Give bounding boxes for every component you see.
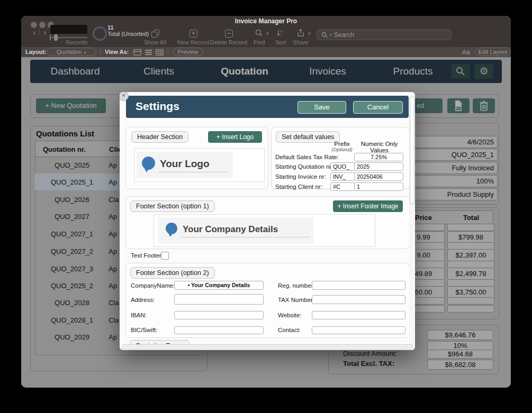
app-window: Invoice Manager Pro ‹ › 11 Total (Unsort… (21, 16, 511, 388)
view-as-label: View As: (105, 49, 129, 55)
search-menu-chevron-icon: ∨ (329, 33, 332, 36)
show-all-icon[interactable] (151, 30, 159, 38)
share-icon[interactable] (297, 29, 304, 37)
search-placeholder: Search (334, 31, 354, 39)
view-list-icon[interactable] (145, 49, 152, 56)
window-title: Invoice Manager Pro (21, 17, 511, 25)
sort-icon[interactable]: az (276, 29, 284, 37)
cancel-button[interactable]: Cancel (353, 101, 403, 114)
show-all-button[interactable]: Show All (139, 39, 171, 45)
edit-layout-button[interactable]: Edit Layout (475, 48, 511, 56)
address-input[interactable] (174, 294, 264, 305)
footer2-panel: Footer Section (option 2) CompanyName: •… (125, 263, 410, 338)
quotation-prefix-input[interactable]: QUO_ (330, 162, 355, 171)
logo-text: Your Logo (160, 158, 210, 170)
delete-record-icon[interactable]: − (225, 30, 233, 38)
logo-placeholder[interactable]: Your Logo (134, 148, 265, 182)
text-formatting-icon[interactable]: Aa (462, 49, 470, 56)
footer-underline (182, 237, 310, 237)
current-record-indicator[interactable] (50, 25, 87, 34)
divider (39, 29, 40, 35)
find-button[interactable]: Find (249, 39, 270, 45)
share-button[interactable]: Share (287, 39, 314, 45)
svg-text:z: z (281, 33, 282, 36)
delete-record-button[interactable]: Delete Record (208, 39, 250, 45)
starting-client-input[interactable]: 1 (354, 182, 403, 191)
defaults-panel: Set default values Prefix (Optional) Num… (271, 127, 410, 189)
next-record-icon[interactable]: › (43, 27, 47, 38)
insert-footer-image-button[interactable]: + Insert Footer Image (333, 200, 403, 212)
header-section-label: Header Section (131, 131, 188, 143)
title-bar: Invoice Manager Pro ‹ › 11 Total (Unsort… (21, 16, 511, 47)
modal-horizontal-scrollbar[interactable] (122, 344, 413, 350)
footer1-panel: Footer Section (option 1) + Insert Foote… (125, 196, 410, 249)
contact-label: Contact: (278, 327, 301, 333)
layout-bar: Layout: Quotation ∨ | View As: | Preview… (21, 47, 511, 58)
invoice-prefix-input[interactable]: INV_ (330, 172, 355, 181)
starting-invoice-label: Starting Invoice nr: (275, 173, 326, 180)
record-total-label: Total (Unsorted) (107, 31, 149, 37)
tax-number-label: TAX Number: (278, 297, 314, 303)
footer-image: Your Company Details (158, 217, 313, 244)
search-input[interactable]: ∨ Search (317, 29, 452, 40)
logo-image: Your Logo (137, 152, 233, 178)
divider: | (100, 48, 101, 54)
find-icon[interactable] (255, 29, 263, 37)
search-icon (321, 32, 328, 38)
starting-quotation-input[interactable]: 2025 (354, 162, 403, 171)
modal-vertical-scrollbar-thumb[interactable] (410, 96, 414, 204)
logo-balloon-icon (142, 157, 155, 170)
preview-button[interactable]: Preview (173, 48, 203, 56)
text-footer-checkbox[interactable] (161, 252, 169, 260)
footer2-label: Footer Section (option 2) (130, 267, 215, 279)
bic-swift-input[interactable] (174, 326, 264, 334)
company-name-label: CompanyName: (131, 282, 175, 289)
website-label: Website: (278, 312, 302, 318)
bic-swift-label: BIC/Swift: (131, 327, 157, 333)
new-record-button[interactable]: New Record (175, 39, 212, 45)
header-section-panel: Header Section + Insert Logo Your Logo (125, 127, 268, 189)
text-footer-label: Text Footer (131, 252, 161, 259)
starting-client-label: Starting Client nr: (275, 183, 322, 190)
client-prefix-input[interactable]: #C (330, 182, 355, 191)
layout-selector[interactable]: Quotation ∨ (47, 48, 96, 56)
layout-label: Layout: (25, 49, 47, 55)
insert-logo-button[interactable]: + Insert Logo (208, 131, 262, 143)
address-label: Address: (131, 297, 155, 303)
settings-modal-header: Settings Save Cancel (126, 96, 409, 118)
starting-quotation-label: Starting Quotation nr: (275, 163, 333, 170)
website-input[interactable] (312, 311, 405, 319)
prefix-column-header: Prefix (326, 141, 358, 147)
svg-text:a: a (281, 30, 283, 33)
new-record-icon[interactable]: + (190, 30, 197, 38)
iban-input[interactable] (174, 311, 264, 319)
reg-number-input[interactable] (312, 281, 405, 290)
tax-number-input[interactable] (312, 295, 405, 304)
divider: | (167, 48, 169, 54)
settings-title: Settings (136, 100, 179, 113)
footer1-label: Footer Section (option 1) (130, 200, 215, 212)
footer-image-placeholder[interactable]: Your Company Details (154, 214, 375, 247)
tax-rate-input[interactable]: 7.25% (354, 153, 403, 161)
view-form-icon[interactable] (133, 49, 141, 56)
find-chevron-icon[interactable]: ∨ (266, 31, 269, 36)
company-name-input[interactable]: • Your Company Details (174, 281, 264, 290)
footer-image-text: Your Company Details (183, 224, 278, 235)
layout-name: Quotation (57, 49, 82, 55)
prefix-optional-label: (Optional) (326, 147, 358, 152)
footer-balloon-icon (166, 223, 177, 234)
layout-chevron-icon: ∨ (83, 50, 86, 55)
reg-number-label: Reg. number: (278, 282, 315, 289)
iban-label: IBAN: (131, 312, 147, 318)
share-chevron-icon[interactable]: ∨ (308, 31, 311, 36)
save-button[interactable]: Save (297, 101, 346, 114)
contact-input[interactable] (312, 326, 405, 334)
numeric-only-header: Numeric Only (354, 141, 404, 147)
previous-record-icon[interactable]: ‹ (33, 27, 36, 38)
settings-modal: × Settings Save Cancel Header Section + … (120, 92, 415, 350)
found-set-pie-icon (93, 26, 107, 41)
logo-underline (159, 172, 229, 172)
starting-invoice-input[interactable]: 20250406 (354, 172, 403, 181)
records-label: Records (50, 39, 103, 45)
view-table-icon[interactable] (156, 49, 164, 56)
